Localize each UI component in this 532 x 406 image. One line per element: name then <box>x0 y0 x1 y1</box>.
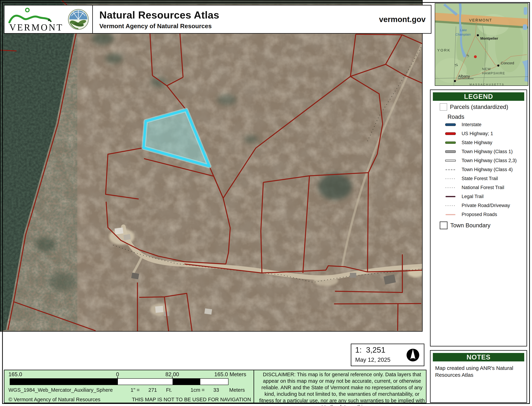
scalebar-left-label: 165.0 <box>8 371 22 378</box>
town-highway4-line-icon <box>446 169 455 170</box>
inset-label-mass: MASSACHUSETTS <box>470 83 504 86</box>
scalebar <box>10 378 229 385</box>
notes-panel: NOTES Map created using ANR's Natural Re… <box>430 350 527 403</box>
concord-dot <box>497 65 499 67</box>
town-highway23-line-icon <box>445 160 456 162</box>
header-divider <box>92 6 93 33</box>
inset-label-lake: Lake <box>460 28 467 32</box>
legend-parcels-row: Parcels (standardized) <box>440 103 526 111</box>
town-boundary-label: Town Boundary <box>450 222 490 229</box>
page-title: Natural Resources Atlas <box>99 9 219 21</box>
town-boundary-checkbox <box>440 222 448 229</box>
anr-logo-icon <box>68 9 88 29</box>
interstate-line-icon <box>445 123 456 126</box>
legend-row-us-highway: US Highway; 1 <box>445 129 526 138</box>
footer: 165.0 0 82.00 165.0 Meters WGS_1984_Web_… <box>4 370 427 403</box>
projection-label: WGS_1984_Web_Mercator_Auxiliary_Sphere <box>8 387 113 393</box>
scale-box: 1: 3,251 May 12, 2025 <box>351 344 424 366</box>
inset-label-champlain: Champlain <box>455 33 471 36</box>
legend-row-private-road: Private Road/Driveway <box>445 201 526 210</box>
map-date: May 12, 2025 <box>355 356 390 363</box>
site-link[interactable]: vermont.gov <box>379 6 426 33</box>
legend-row-proposed-roads: Proposed Roads <box>445 210 526 219</box>
vermont-logo: VERMONT <box>6 6 92 32</box>
montpelier-dot <box>477 34 479 36</box>
mountain-icon <box>9 16 50 22</box>
header: VERMONT Natural Resources Atlas Vermont … <box>4 5 431 34</box>
proposed-roads-line-icon <box>446 214 455 215</box>
navigation-warning: THIS MAP IS NOT TO BE USED FOR NAVIGATIO… <box>129 397 254 402</box>
town-highway1-line-icon <box>445 150 456 153</box>
private-road-line-icon <box>446 205 455 206</box>
legend-row-state-highway: State Highway <box>445 138 526 147</box>
inset-label-vermont: VERMONT <box>469 18 492 22</box>
sun-icon <box>26 8 29 12</box>
national-forest-trail-line-icon <box>446 187 455 188</box>
legend-title: LEGEND <box>433 92 524 101</box>
vermont-wordmark: VERMONT <box>9 22 63 32</box>
inset-locator-map: VERMONT Lake Champlain Montpelier S N YO… <box>435 3 528 86</box>
scale-ratio: 1: 3,251 <box>355 346 385 354</box>
legal-trail-line-icon <box>446 196 455 197</box>
parcels-checkbox <box>440 103 447 111</box>
state-highway-line-icon <box>445 142 456 144</box>
page: VERMONT Natural Resources Atlas Vermont … <box>0 0 532 406</box>
legend-row-town-highway-23: Town Highway (Class 2,3) <box>445 156 526 165</box>
legend-row-legal-trail: Legal Trail <box>445 192 526 201</box>
copyright: © Vermont Agency of Natural Resources <box>8 397 100 402</box>
parcels-label: Parcels (standardized) <box>450 104 508 110</box>
north-arrow-icon <box>406 348 420 362</box>
location-marker-dot <box>474 55 477 58</box>
notes-body: Map created using ANR's Natural Resource… <box>435 365 515 378</box>
inset-label-albany: Albany <box>458 74 470 78</box>
legend-row-interstate: Interstate <box>445 120 526 129</box>
inset-label-montpelier: Montpelier <box>480 36 498 40</box>
inset-label-york: YORK <box>437 48 451 52</box>
legend-town-boundary-row: Town Boundary <box>440 222 526 229</box>
legend-row-town-highway-1: Town Highway (Class 1) <box>445 147 526 156</box>
legend-row-town-highway-4: Town Highway (Class 4) <box>445 165 526 174</box>
notes-title: NOTES <box>433 353 524 362</box>
inset-label-hampshire: HAMPSHIRE <box>482 71 505 75</box>
footer-divider <box>254 370 254 403</box>
state-forest-trail-line-icon <box>446 178 455 179</box>
legend-panel: LEGEND Parcels (standardized) Roads Inte… <box>430 89 527 347</box>
page-subtitle: Vermont Agency of Natural Resources <box>99 22 219 29</box>
scalebar-right-label: 165.0 Meters <box>209 371 251 378</box>
legend-row-national-forest-trail: National Forest Trail <box>445 183 526 192</box>
us-highway-line-icon <box>445 132 456 135</box>
inset-label-concord: Concord <box>501 61 514 65</box>
inset-label-new: NEW <box>482 67 491 71</box>
legend-row-state-forest-trail: State Forest Trail <box>445 174 526 183</box>
disclaimer: DISCLAIMER: This map is for general refe… <box>257 371 427 406</box>
legend-roads-header: Roads <box>448 114 526 120</box>
